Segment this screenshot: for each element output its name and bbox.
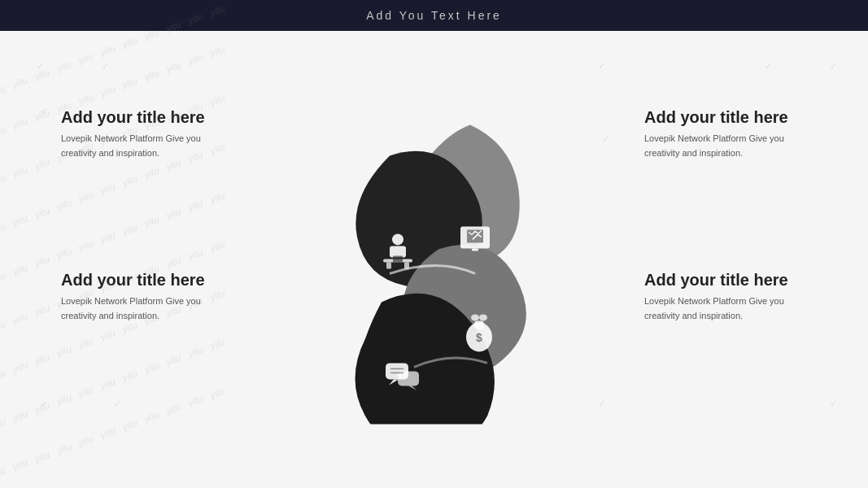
svg-point-14 <box>471 314 479 320</box>
top-right-title: Add your title here <box>644 108 807 127</box>
bottom-right-title: Add your title here <box>644 271 807 290</box>
header-title: Add You Text Here <box>366 9 502 22</box>
bottom-left-title: Add your title here <box>61 271 224 290</box>
svg-rect-9 <box>404 262 409 268</box>
center-infographic: $ <box>308 115 560 416</box>
svg-text:$: $ <box>476 331 482 344</box>
bottom-left-body: Lovepik Network Platform Give you creati… <box>61 294 224 323</box>
top-left-body: Lovepik Network Platform Give you creati… <box>61 132 224 160</box>
bottom-right-body: Lovepik Network Platform Give you creati… <box>644 294 807 323</box>
monitor-icon <box>460 226 490 251</box>
infographic-svg: $ <box>308 115 560 424</box>
top-left-title: Add your title here <box>61 108 224 127</box>
main-content: Add your title here Lovepik Network Plat… <box>0 31 868 488</box>
svg-rect-12 <box>474 320 484 329</box>
text-block-top-left: Add your title here Lovepik Network Plat… <box>61 108 224 160</box>
svg-rect-6 <box>390 246 406 257</box>
svg-point-5 <box>392 233 403 245</box>
svg-rect-10 <box>393 255 403 262</box>
svg-point-15 <box>479 314 487 320</box>
text-block-bottom-right: Add your title here Lovepik Network Plat… <box>644 271 807 323</box>
svg-rect-8 <box>386 262 391 268</box>
header-bar: Add You Text Here <box>0 0 868 31</box>
text-block-bottom-left: Add your title here Lovepik Network Plat… <box>61 271 224 323</box>
svg-rect-4 <box>472 248 478 251</box>
top-right-body: Lovepik Network Platform Give you creati… <box>644 132 807 160</box>
text-block-top-right: Add your title here Lovepik Network Plat… <box>644 108 807 160</box>
